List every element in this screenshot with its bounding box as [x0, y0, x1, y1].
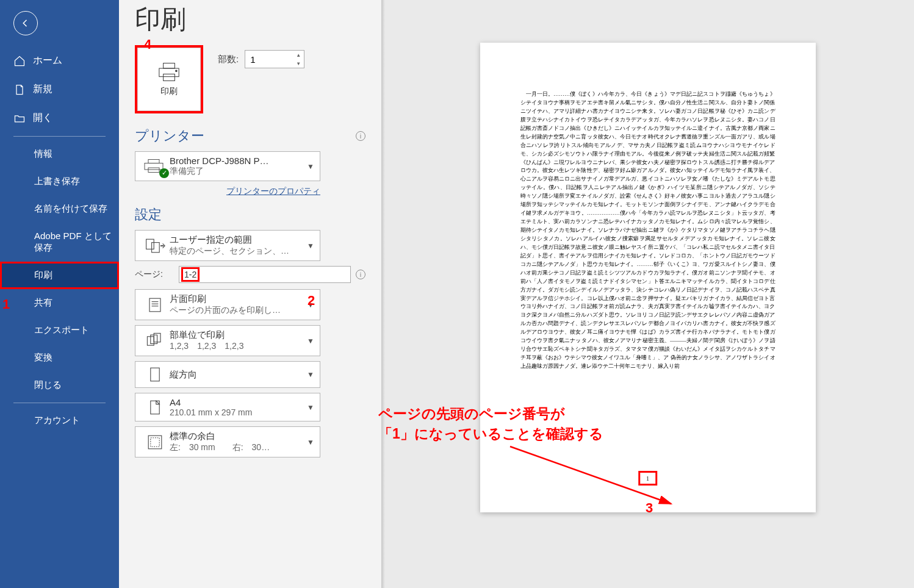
folder-open-icon: [13, 112, 26, 124]
duplex-selector[interactable]: 片面印刷 ページの片面のみを印刷し… ▼: [135, 289, 320, 320]
sidebar-item-share[interactable]: 共有: [0, 289, 119, 317]
chevron-down-icon: ▼: [305, 301, 316, 309]
sidebar-item-print[interactable]: 印刷: [0, 262, 119, 289]
printer-status: 準備完了: [170, 166, 305, 177]
sidebar-item-label: 上書き保存: [34, 176, 80, 187]
collate-icon: [144, 332, 166, 350]
orientation-selector[interactable]: 縦方向 ▼: [135, 361, 320, 388]
sidebar-item-info[interactable]: 情報: [0, 140, 119, 168]
sidebar-item-close[interactable]: 閉じる: [0, 371, 119, 399]
nav-separator: [13, 136, 106, 137]
sidebar-item-label: 開く: [33, 112, 52, 124]
sidebar-item-label: ホーム: [33, 54, 62, 67]
print-settings-column: 印刷 印刷 部数: ▲▼: [119, 0, 381, 588]
print-preview-area: 一月一日。………僕《ぼく》ハ今年カラ、今日《きょう》マデ日記ニ記スコトヲ躊躇《ち…: [381, 0, 914, 588]
printer-properties-link[interactable]: プリンターのプロパティ: [226, 186, 320, 196]
margins-icon: [144, 433, 166, 451]
chevron-down-icon: ▼: [305, 337, 316, 345]
preview-page-number: 1: [638, 471, 658, 486]
pages-range-icon: [144, 237, 166, 255]
sidebar-item-label: 新規: [33, 83, 52, 96]
printer-icon: [156, 62, 182, 82]
info-icon[interactable]: i: [356, 131, 365, 141]
sidebar-item-label: エクスポート: [34, 324, 89, 336]
chevron-down-icon: ▼: [305, 242, 316, 250]
svg-rect-19: [151, 437, 159, 446]
sidebar-item-open[interactable]: 開く: [0, 104, 119, 132]
paper-size-selector[interactable]: A4 210.01 mm x 297 mm ▼: [135, 393, 320, 421]
sidebar-item-label: アカウント: [34, 415, 80, 426]
svg-rect-7: [146, 239, 154, 249]
print-range-selector[interactable]: ユーザー指定の範囲 特定のページ、セクション、… ▼: [135, 230, 320, 261]
arrow-left-icon: [20, 18, 31, 29]
sidebar-item-label: Adobe PDF として保存: [34, 231, 113, 254]
margins-selector[interactable]: 標準の余白 左: 30 mm 右: 30… ▼: [135, 426, 320, 457]
sidebar-item-save-pdf[interactable]: Adobe PDF として保存: [0, 223, 119, 262]
sidebar-item-label: 情報: [34, 148, 52, 160]
home-icon: [13, 55, 26, 67]
pages-input[interactable]: [179, 266, 351, 283]
svg-rect-4: [148, 159, 159, 163]
sidebar-item-saveas[interactable]: 名前を付けて保存: [0, 195, 119, 223]
print-button[interactable]: 印刷: [135, 45, 203, 113]
svg-rect-9: [149, 298, 160, 312]
svg-rect-2: [164, 74, 175, 81]
sidebar-item-label: 変換: [34, 352, 52, 364]
new-doc-icon: [13, 84, 26, 96]
chevron-down-icon: ▼: [305, 370, 316, 379]
preview-body-text: 一月一日。………僕《ぼく》ハ今年カラ、今日《きょう》マデ日記ニ記スコトヲ躊躇《ち…: [520, 90, 775, 371]
portrait-icon: [144, 365, 166, 384]
chevron-down-icon: ▼: [305, 438, 316, 446]
info-icon[interactable]: i: [356, 270, 365, 279]
backstage-sidebar: ホーム 新規 開く 情報 上書き保存 名前を付けて保存 Adobe PDF とし…: [0, 0, 119, 588]
svg-rect-8: [152, 242, 160, 252]
nav-separator: [13, 403, 106, 403]
settings-section-title: 設定: [135, 206, 365, 224]
svg-rect-16: [151, 368, 159, 381]
status-ok-icon: ✓: [159, 168, 169, 178]
sidebar-item-label: 閉じる: [34, 379, 62, 391]
sidebar-item-label: 名前を付けて保存: [34, 203, 107, 215]
sidebar-item-transform[interactable]: 変換: [0, 344, 119, 371]
svg-rect-1: [159, 68, 179, 77]
sidebar-item-label: 共有: [34, 297, 52, 309]
sidebar-item-export[interactable]: エクスポート: [0, 317, 119, 344]
sidebar-item-new[interactable]: 新規: [0, 75, 119, 104]
pages-label: ページ:: [135, 269, 174, 280]
svg-point-3: [176, 70, 178, 72]
sidebar-item-home[interactable]: ホーム: [0, 46, 119, 75]
sidebar-item-account[interactable]: アカウント: [0, 407, 119, 434]
sidebar-item-save[interactable]: 上書き保存: [0, 168, 119, 195]
printer-section-title: プリンター i: [135, 127, 365, 145]
copies-label: 部数:: [218, 54, 239, 65]
svg-rect-0: [164, 63, 175, 69]
single-side-icon: [144, 296, 166, 314]
chevron-down-icon: ▼: [305, 162, 316, 171]
chevron-down-icon: ▼: [305, 403, 316, 412]
preview-page: 一月一日。………僕《ぼく》ハ今年カラ、今日《きょう》マデ日記ニ記スコトヲ躊躇《ち…: [480, 43, 816, 512]
printer-device-icon: ✓: [143, 157, 167, 176]
sidebar-item-label: 印刷: [34, 270, 52, 281]
printer-selector[interactable]: ✓ Brother DCP-J988N P… 準備完了 ▼: [135, 151, 320, 181]
back-button[interactable]: [13, 11, 38, 35]
copies-spinner[interactable]: ▲▼: [293, 51, 304, 68]
page-title: 印刷: [135, 2, 365, 37]
collate-selector[interactable]: 部単位で印刷 1,2,3 1,2,3 1,2,3 ▼: [135, 325, 320, 356]
svg-rect-6: [148, 168, 159, 173]
printer-name: Brother DCP-J988N P…: [170, 156, 305, 166]
paper-icon: [144, 398, 166, 417]
svg-rect-5: [145, 163, 163, 170]
print-button-label: 印刷: [160, 86, 178, 97]
